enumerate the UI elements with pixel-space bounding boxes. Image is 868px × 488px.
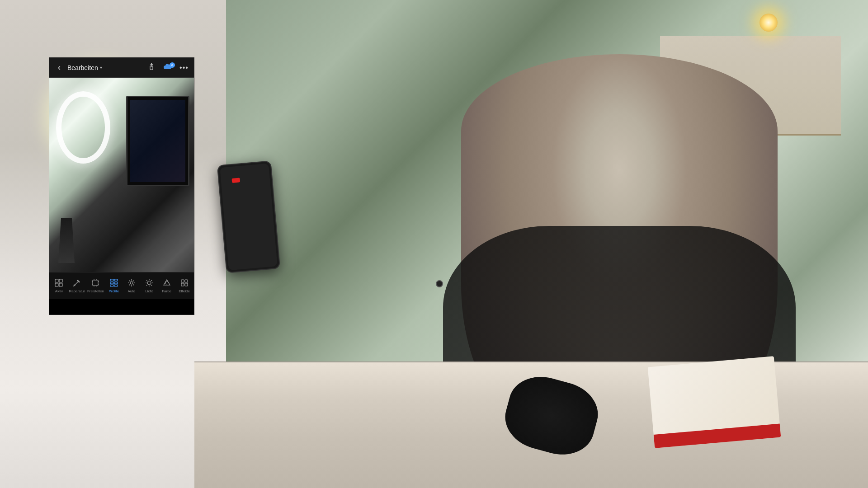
svg-point-40 <box>165 282 168 284</box>
svg-line-37 <box>151 280 152 281</box>
phone-container <box>217 160 280 273</box>
tool-farbe[interactable]: Farbe <box>158 277 175 295</box>
photo-ring-light <box>56 91 110 164</box>
svg-line-26 <box>129 280 130 281</box>
back-icon: ‹ <box>58 63 61 72</box>
tool-reparatur[interactable]: Reparatur <box>68 277 86 295</box>
back-button[interactable]: ‹ <box>53 61 66 74</box>
lapel-mic <box>436 280 443 287</box>
freistellen-label: Freistellen <box>87 289 104 293</box>
photo-tripod <box>53 218 80 263</box>
profile-icon <box>110 279 118 288</box>
share-button[interactable] <box>145 61 158 74</box>
svg-line-38 <box>146 285 147 286</box>
svg-rect-6 <box>93 280 98 286</box>
desk-paper <box>648 356 781 448</box>
freistellen-icon <box>91 279 99 288</box>
lr-bottom-toolbar: Aktiv Reparatur <box>49 272 194 299</box>
svg-rect-18 <box>114 279 118 281</box>
profile-label: Profile <box>108 289 119 293</box>
svg-rect-20 <box>114 285 118 286</box>
effekte-label: Effekte <box>179 289 190 293</box>
tool-effekte[interactable]: Effekte <box>176 277 193 295</box>
aktiv-icon <box>55 279 63 288</box>
camera-body <box>499 369 605 462</box>
reparatur-icon <box>73 279 81 288</box>
lr-header: ‹ Bearbeiten ▾ <box>49 58 194 78</box>
farbe-icon <box>163 279 171 288</box>
tool-profile[interactable]: Profile <box>105 277 123 295</box>
farbe-label: Farbe <box>162 289 171 293</box>
phone-body <box>217 160 280 273</box>
svg-rect-17 <box>110 285 113 286</box>
paper-red-strip <box>654 424 781 448</box>
reparatur-label: Reparatur <box>69 289 85 293</box>
lr-title: Bearbeiten ▾ <box>67 64 145 71</box>
cloud-sync-button[interactable]: 2 <box>160 61 175 74</box>
aktiv-label: Aktiv <box>55 289 63 293</box>
svg-rect-15 <box>110 279 113 281</box>
svg-line-36 <box>151 285 152 286</box>
svg-rect-4 <box>55 283 58 286</box>
svg-line-27 <box>133 284 134 285</box>
photo-monitor <box>126 96 189 186</box>
svg-line-29 <box>129 284 130 285</box>
desk-lamp <box>750 14 787 86</box>
cloud-count-badge: 2 <box>170 62 175 68</box>
lr-photo-area <box>49 78 194 272</box>
more-options-button[interactable]: ••• <box>178 61 190 74</box>
tool-freistellen[interactable]: Freistellen <box>86 277 105 295</box>
auto-label: Auto <box>127 289 135 293</box>
svg-rect-44 <box>185 283 188 286</box>
title-chevron-icon: ▾ <box>100 65 102 70</box>
licht-label: Licht <box>145 289 153 293</box>
svg-rect-3 <box>59 279 62 282</box>
svg-rect-43 <box>181 283 184 286</box>
title-text: Bearbeiten <box>67 64 98 71</box>
effekte-icon <box>180 279 189 288</box>
lightroom-mobile-app: ‹ Bearbeiten ▾ <box>49 57 194 315</box>
svg-point-21 <box>130 282 133 284</box>
svg-rect-5 <box>59 283 62 286</box>
phone-notification <box>231 178 240 183</box>
more-icon: ••• <box>179 64 189 72</box>
svg-rect-19 <box>114 282 118 284</box>
photo-content <box>49 78 194 272</box>
tool-licht[interactable]: Licht <box>141 277 158 295</box>
share-icon <box>148 63 155 72</box>
svg-rect-16 <box>110 282 113 284</box>
svg-rect-41 <box>181 280 184 282</box>
phone-screen <box>220 164 277 271</box>
photo-monitor-screen <box>130 100 185 182</box>
tool-aktiv[interactable]: Aktiv <box>50 277 67 295</box>
svg-rect-42 <box>185 280 188 282</box>
svg-line-28 <box>133 280 134 281</box>
licht-icon <box>145 279 153 288</box>
svg-line-35 <box>146 280 147 281</box>
svg-rect-2 <box>55 279 58 282</box>
svg-point-30 <box>147 281 151 285</box>
tool-auto[interactable]: Auto <box>123 277 140 295</box>
header-actions: 2 ••• <box>145 61 190 74</box>
auto-icon <box>127 279 136 288</box>
desk-surface <box>194 361 868 488</box>
